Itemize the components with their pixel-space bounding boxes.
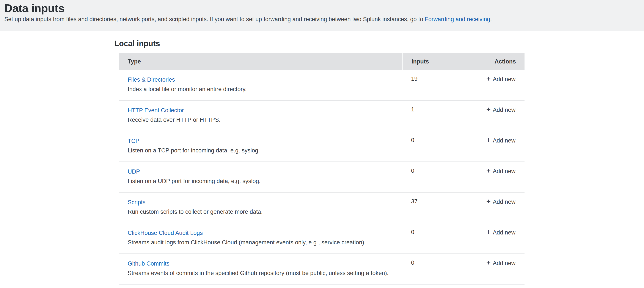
plus-icon: +: [486, 75, 491, 83]
page-header: Data inputs Set up data inputs from file…: [0, 0, 644, 31]
column-header-inputs: Inputs: [402, 53, 452, 70]
add-new-label: Add new: [493, 136, 516, 145]
column-header-actions: Actions: [452, 53, 524, 70]
local-inputs-section: Local inputs Type Inputs Actions Files &…: [0, 31, 644, 284]
plus-icon: +: [486, 136, 491, 144]
add-new-label: Add new: [493, 106, 516, 114]
add-new-link[interactable]: + Add new: [486, 228, 516, 237]
input-type-description: Streams events of commits in the specifi…: [128, 269, 394, 277]
add-new-link[interactable]: + Add new: [486, 167, 516, 175]
input-type-link[interactable]: ClickHouse Cloud Audit Logs: [128, 229, 203, 237]
column-header-type: Type: [119, 53, 402, 70]
table-row: ClickHouse Cloud Audit Logs Streams audi…: [119, 223, 524, 254]
page-subtitle: Set up data inputs from files and direct…: [4, 16, 635, 23]
input-type-description: Index a local file or monitor an entire …: [128, 85, 394, 93]
input-type-description: Receive data over HTTP or HTTPS.: [128, 116, 394, 124]
table-row: HTTP Event Collector Receive data over H…: [119, 101, 524, 131]
input-type-link[interactable]: UDP: [128, 168, 140, 176]
plus-icon: +: [486, 198, 491, 205]
input-type-description: Listen on a UDP port for incoming data, …: [128, 177, 394, 185]
page-title: Data inputs: [4, 3, 635, 14]
plus-icon: +: [486, 259, 491, 266]
inputs-count: 19: [402, 70, 452, 100]
inputs-count: 0: [402, 254, 452, 284]
add-new-link[interactable]: + Add new: [486, 259, 516, 267]
add-new-link[interactable]: + Add new: [486, 106, 516, 114]
inputs-count: 0: [402, 223, 452, 253]
forwarding-receiving-link[interactable]: Forwarding and receiving: [425, 16, 490, 23]
table-row: Github Commits Streams events of commits…: [119, 254, 524, 284]
input-type-description: Run custom scripts to collect or generat…: [128, 208, 394, 216]
plus-icon: +: [486, 106, 491, 113]
input-type-link[interactable]: TCP: [128, 137, 139, 145]
plus-icon: +: [486, 167, 491, 174]
local-inputs-table: Type Inputs Actions Files & Directories …: [119, 53, 524, 284]
input-type-description: Listen on a TCP port for incoming data, …: [128, 146, 394, 155]
add-new-link[interactable]: + Add new: [486, 136, 516, 145]
input-type-description: Streams audit logs from ClickHouse Cloud…: [128, 238, 394, 246]
add-new-label: Add new: [493, 228, 516, 237]
inputs-count: 37: [402, 193, 452, 223]
page-subtitle-period: .: [490, 16, 492, 23]
input-type-link[interactable]: HTTP Event Collector: [128, 106, 184, 114]
add-new-label: Add new: [493, 259, 516, 267]
input-type-link[interactable]: Scripts: [128, 198, 146, 206]
table-header-row: Type Inputs Actions: [119, 53, 524, 70]
inputs-count: 0: [402, 162, 452, 192]
add-new-label: Add new: [493, 75, 516, 83]
page: Data inputs Set up data inputs from file…: [0, 0, 644, 288]
table-row: Scripts Run custom scripts to collect or…: [119, 193, 524, 223]
add-new-link[interactable]: + Add new: [486, 75, 516, 83]
table-row: Files & Directories Index a local file o…: [119, 70, 524, 101]
section-title: Local inputs: [114, 39, 644, 48]
add-new-link[interactable]: + Add new: [486, 198, 516, 206]
inputs-count: 0: [402, 131, 452, 161]
input-type-link[interactable]: Files & Directories: [128, 76, 175, 84]
inputs-count: 1: [402, 101, 452, 131]
plus-icon: +: [486, 228, 491, 236]
add-new-label: Add new: [493, 167, 516, 175]
input-type-link[interactable]: Github Commits: [128, 259, 170, 268]
table-row: TCP Listen on a TCP port for incoming da…: [119, 131, 524, 162]
table-row: UDP Listen on a UDP port for incoming da…: [119, 162, 524, 193]
add-new-label: Add new: [493, 198, 516, 206]
page-subtitle-text: Set up data inputs from files and direct…: [4, 16, 425, 23]
